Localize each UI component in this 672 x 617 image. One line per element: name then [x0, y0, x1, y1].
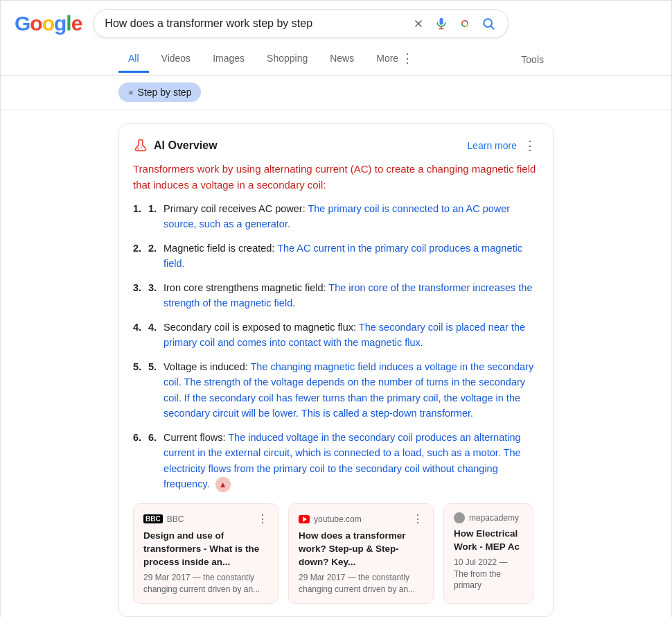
search-input[interactable] [105, 17, 405, 30]
card-source-youtube: youtube.com [299, 514, 362, 524]
card-source-mep: mepacademy [454, 512, 519, 523]
clear-search-button[interactable] [411, 16, 426, 31]
card-top-youtube: youtube.com ⋮ [299, 512, 423, 525]
header: Google [1, 1, 671, 44]
ai-overview-title: AI Overview [154, 139, 218, 152]
tab-images[interactable]: Images [203, 46, 254, 73]
ai-label-row: AI Overview [133, 138, 218, 153]
step-by-step-filter-chip[interactable]: × Step by step [118, 82, 201, 102]
ai-actions: Learn more ⋮ [467, 137, 539, 155]
card-source-bbc: BBC BBC [143, 514, 184, 524]
google-logo: Google [15, 12, 82, 35]
ai-list-item: 6. Current flows: The induced voltage in… [133, 430, 539, 492]
card-top-mep: mepacademy [454, 512, 523, 523]
mep-source-name: mepacademy [469, 513, 519, 523]
ai-more-options-button[interactable]: ⋮ [521, 137, 539, 155]
ai-intro-text: Transformers work by using alternating c… [133, 162, 539, 193]
voice-search-button[interactable] [433, 15, 450, 32]
ai-list-item: 1. Primary coil receives AC power: The p… [133, 201, 539, 232]
ai-list: 1. Primary coil receives AC power: The p… [133, 201, 539, 492]
search-icons [411, 15, 497, 32]
svg-rect-2 [440, 18, 443, 25]
ai-list-item: 3. Iron core strengthens magnetic field:… [133, 280, 539, 311]
search-button[interactable] [480, 15, 497, 32]
bbc-icon: BBC [143, 514, 163, 523]
ai-overview-box: AI Overview Learn more ⋮ Transformers wo… [118, 123, 554, 617]
flask-icon [133, 138, 148, 153]
svg-point-9 [137, 148, 139, 149]
ai-list-item: 5. Voltage is induced: The changing magn… [133, 359, 539, 422]
bbc-source-name: BBC [167, 514, 184, 524]
ai-list-item: 2. Magnetic field is created: The AC cur… [133, 241, 539, 272]
tab-videos[interactable]: Videos [152, 46, 201, 73]
bbc-card-options[interactable]: ⋮ [257, 512, 268, 525]
filter-area: × Step by step [1, 76, 671, 110]
tab-shopping[interactable]: Shopping [257, 46, 317, 73]
microphone-icon [434, 17, 448, 31]
yt-card-title: How does a transformer work? Step-up & S… [299, 530, 423, 569]
mep-card-snippet: 10 Jul 2022 — The from the primary [454, 557, 523, 591]
svg-point-6 [484, 19, 493, 27]
youtube-icon [299, 515, 310, 523]
more-dots-icon: ⋮ [401, 51, 414, 66]
yt-card-options[interactable]: ⋮ [412, 512, 423, 525]
ai-list-item: 4. Secondary coil is exposed to magnetic… [133, 320, 539, 351]
image-search-button[interactable] [457, 15, 473, 32]
tab-all[interactable]: All [118, 46, 149, 73]
tab-news[interactable]: News [320, 46, 364, 73]
learn-more-button[interactable]: Learn more [467, 140, 517, 151]
tab-tools[interactable]: Tools [511, 47, 554, 72]
chip-remove-icon: × [128, 87, 134, 98]
tab-more[interactable]: More ⋮ [366, 44, 423, 75]
source-card-youtube: youtube.com ⋮ How does a transformer wor… [288, 503, 434, 604]
svg-line-7 [491, 26, 495, 29]
close-icon [412, 17, 425, 30]
svg-point-10 [141, 147, 142, 148]
card-top-bbc: BBC BBC ⋮ [143, 512, 268, 525]
search-bar[interactable] [93, 9, 509, 38]
bbc-card-title: Design and use of transformers - What is… [143, 530, 268, 569]
camera-icon [458, 17, 472, 31]
bbc-card-snippet: 29 Mar 2017 — the constantly changing cu… [143, 572, 268, 596]
yt-source-name: youtube.com [314, 514, 362, 524]
ai-overview-header: AI Overview Learn more ⋮ [133, 137, 539, 155]
yt-card-snippet: 29 Mar 2017 — the constantly changing cu… [299, 572, 423, 596]
source-cards: BBC BBC ⋮ Design and use of transformers… [133, 503, 539, 604]
collapse-button[interactable]: ▲ [215, 477, 231, 492]
source-card-mep: mepacademy How Electrical Work - MEP Ac … [443, 503, 533, 604]
source-card-bbc: BBC BBC ⋮ Design and use of transformers… [133, 503, 278, 604]
chip-label: Step by step [138, 87, 192, 98]
mep-avatar [454, 512, 465, 523]
nav-tabs: All Videos Images Shopping News More ⋮ T… [1, 44, 671, 76]
mep-card-title: How Electrical Work - MEP Ac [454, 528, 523, 554]
search-icon [481, 17, 495, 31]
main-content: AI Overview Learn more ⋮ Transformers wo… [1, 110, 671, 617]
